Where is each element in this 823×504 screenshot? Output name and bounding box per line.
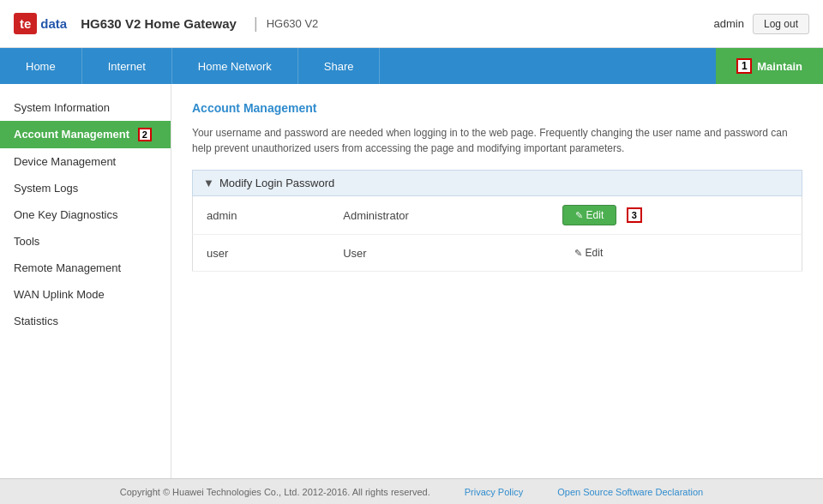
nav-item-share[interactable]: Share — [298, 48, 381, 84]
sidebar-account-management-badge: 2 — [138, 128, 152, 141]
sidebar-item-remote-management[interactable]: Remote Management — [0, 255, 171, 281]
footer-open-source-link[interactable]: Open Source Software Declaration — [557, 487, 703, 497]
nav-item-internet[interactable]: Internet — [82, 48, 172, 84]
header-title: HG630 V2 Home Gateway — [81, 16, 237, 31]
edit-label-user: Edit — [586, 247, 604, 259]
nav-item-home[interactable]: Home — [0, 48, 82, 84]
table-row: admin Administrator ✎ Edit 3 — [193, 196, 802, 235]
logout-button[interactable]: Log out — [753, 14, 809, 34]
sidebar-wan-uplink-mode-label: WAN Uplink Mode — [14, 288, 105, 301]
edit-icon-user: ✎ — [574, 248, 582, 259]
sidebar-item-device-management[interactable]: Device Management — [0, 148, 171, 175]
sidebar-item-system-information[interactable]: System Information — [0, 94, 171, 121]
content-area: Account Management Your username and pas… — [171, 84, 823, 478]
nav-bar: Home Internet Home Network Share 1 Maint… — [0, 48, 823, 84]
username-cell-admin: admin — [193, 196, 330, 235]
admin-label: admin — [714, 17, 744, 30]
sidebar-system-logs-label: System Logs — [14, 182, 78, 195]
edit-button-admin[interactable]: ✎ Edit — [562, 205, 617, 225]
sidebar-system-information-label: System Information — [14, 101, 110, 114]
sidebar-item-system-logs[interactable]: System Logs — [0, 175, 171, 201]
sidebar-statistics-label: Statistics — [14, 315, 58, 327]
action-cell-admin: ✎ Edit 3 — [549, 196, 802, 235]
edit-label-admin: Edit — [586, 209, 604, 221]
role-cell-user: User — [329, 235, 548, 272]
nav-share-label: Share — [324, 60, 354, 73]
nav-item-maintain[interactable]: 1 Maintain — [716, 48, 823, 84]
password-table: admin Administrator ✎ Edit 3 user User — [192, 196, 802, 272]
nav-internet-label: Internet — [108, 60, 146, 73]
edit-button-user[interactable]: ✎ Edit — [562, 243, 616, 262]
footer: Copyright © Huawei Technologies Co., Ltd… — [0, 478, 823, 504]
section-arrow-icon: ▼ — [203, 177, 214, 189]
modify-login-password-section: ▼ Modify Login Password — [192, 170, 802, 196]
sidebar-item-statistics[interactable]: Statistics — [0, 308, 171, 334]
table-row: user User ✎ Edit — [193, 235, 802, 272]
nav-home-network-label: Home Network — [198, 60, 272, 73]
sidebar: System Information Account Management 2 … — [0, 84, 171, 478]
header-divider: | — [254, 15, 258, 33]
sidebar-item-one-key-diagnostics[interactable]: One Key Diagnostics — [0, 201, 171, 228]
action-cell-user: ✎ Edit — [549, 235, 802, 272]
header: te data HG630 V2 Home Gateway | HG630 V2… — [0, 0, 823, 48]
footer-privacy-link[interactable]: Privacy Policy — [465, 487, 523, 497]
nav-item-home-network[interactable]: Home Network — [172, 48, 298, 84]
sidebar-item-account-management[interactable]: Account Management 2 — [0, 121, 171, 148]
nav-maintain-badge: 1 — [736, 58, 752, 74]
footer-copyright: Copyright © Huawei Technologies Co., Ltd… — [120, 487, 430, 497]
logo-icon: te — [14, 13, 37, 34]
header-subtitle: HG630 V2 — [267, 17, 319, 30]
sidebar-remote-management-label: Remote Management — [14, 261, 121, 274]
logo-data-text: data — [40, 16, 67, 31]
header-right: admin Log out — [714, 14, 809, 34]
sidebar-tools-label: Tools — [14, 235, 39, 248]
content-title: Account Management — [192, 101, 802, 115]
content-description: Your username and password are needed wh… — [192, 125, 802, 156]
nav-home-label: Home — [26, 60, 56, 73]
section-title: Modify Login Password — [219, 177, 334, 189]
nav-maintain-label: Maintain — [757, 60, 802, 73]
sidebar-device-management-label: Device Management — [14, 155, 116, 168]
edit-admin-badge: 3 — [627, 207, 642, 223]
username-cell-user: user — [193, 235, 330, 272]
edit-icon-admin: ✎ — [575, 210, 583, 221]
logo: te data — [14, 13, 67, 34]
sidebar-account-management-label: Account Management — [14, 128, 129, 141]
main-layout: System Information Account Management 2 … — [0, 84, 823, 478]
sidebar-one-key-diagnostics-label: One Key Diagnostics — [14, 208, 117, 221]
logo-te-text: te — [20, 16, 31, 31]
role-cell-admin: Administrator — [329, 196, 548, 235]
sidebar-item-tools[interactable]: Tools — [0, 228, 171, 255]
sidebar-item-wan-uplink-mode[interactable]: WAN Uplink Mode — [0, 281, 171, 308]
